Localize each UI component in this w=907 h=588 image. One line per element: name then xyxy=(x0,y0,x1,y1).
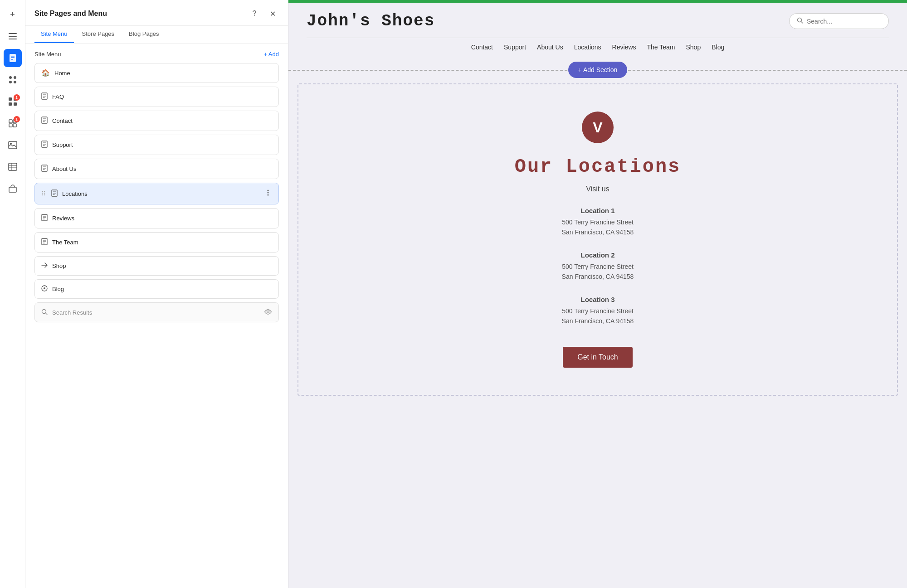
nav-item-reviews[interactable]: Reviews xyxy=(612,44,636,51)
svg-rect-13 xyxy=(9,102,12,106)
site-header-top: John's Shoes xyxy=(307,12,889,38)
menu-item-shop-label: Shop xyxy=(52,262,272,269)
menu-section-header: Site Menu + Add xyxy=(34,51,279,58)
search-icon-results xyxy=(41,309,48,316)
location-block-1: Location 1 500 Terry Francine Street San… xyxy=(317,207,879,238)
menu-item-blog-label: Blog xyxy=(52,286,272,292)
svg-point-61 xyxy=(267,311,269,313)
website-content: John's Shoes Contact Support About Us Lo… xyxy=(288,3,907,588)
panel-tabs: Site Menu Store Pages Blog Pages xyxy=(25,26,288,44)
apps-badge: 1 xyxy=(14,94,20,101)
panel-header: Site Pages and Menu ? ✕ xyxy=(25,0,288,26)
page-icon xyxy=(41,92,48,101)
menu-item-the-team[interactable]: The Team xyxy=(34,232,279,253)
visibility-icon[interactable] xyxy=(264,308,272,316)
location-block-2: Location 2 500 Terry Francine Street San… xyxy=(317,251,879,282)
help-button[interactable]: ? xyxy=(248,7,261,20)
panel-title: Site Pages and Menu xyxy=(34,10,107,18)
link-icon-shop xyxy=(41,262,48,270)
design-icon[interactable] xyxy=(4,71,22,89)
svg-point-7 xyxy=(9,76,12,79)
tab-blog-pages[interactable]: Blog Pages xyxy=(122,26,166,43)
location-1-name: Location 1 xyxy=(317,207,879,214)
tab-store-pages[interactable]: Store Pages xyxy=(76,26,121,43)
svg-point-46 xyxy=(268,190,269,191)
nav-item-locations[interactable]: Locations xyxy=(574,44,601,51)
menu-item-faq-label: FAQ xyxy=(52,93,272,100)
location-3-address1: 500 Terry Francine Street xyxy=(317,306,879,316)
location-1-address2: San Francisco, CA 94158 xyxy=(317,227,879,237)
apps-icon[interactable]: 1 xyxy=(4,92,22,111)
media-icon[interactable] xyxy=(4,136,22,154)
nav-item-blog[interactable]: Blog xyxy=(712,44,724,51)
store-icon[interactable] xyxy=(4,180,22,198)
svg-rect-25 xyxy=(9,187,16,192)
website-preview: John's Shoes Contact Support About Us Lo… xyxy=(288,0,907,588)
nav-item-shop[interactable]: Shop xyxy=(686,44,701,51)
menu-item-search-results[interactable]: Search Results xyxy=(34,302,279,322)
menu-item-support[interactable]: Support xyxy=(34,135,279,155)
location-block-3: Location 3 500 Terry Francine Street San… xyxy=(317,296,879,326)
cta-button[interactable]: Get in Touch xyxy=(563,347,633,368)
svg-rect-15 xyxy=(9,120,12,123)
page-section-locations: V Our Locations Visit us Location 1 500 … xyxy=(297,83,898,396)
menu-item-home-label: Home xyxy=(54,70,272,77)
svg-rect-0 xyxy=(9,33,17,34)
add-menu-item-link[interactable]: + Add xyxy=(263,51,279,58)
site-search-bar[interactable] xyxy=(789,13,889,29)
svg-rect-17 xyxy=(9,124,12,127)
panel-content: Site Menu + Add 🏠 Home FAQ Contact Suppo… xyxy=(25,44,288,588)
svg-point-9 xyxy=(9,81,12,83)
menu-item-reviews[interactable]: Reviews xyxy=(34,208,279,228)
logo-circle: V xyxy=(582,112,614,143)
add-page-icon[interactable]: + xyxy=(4,5,22,24)
nav-item-contact[interactable]: Contact xyxy=(471,44,493,51)
svg-rect-11 xyxy=(9,97,12,101)
tab-site-menu[interactable]: Site Menu xyxy=(34,26,74,43)
nav-item-support[interactable]: Support xyxy=(504,44,526,51)
location-2-address1: 500 Terry Francine Street xyxy=(317,262,879,272)
page-heading: Our Locations xyxy=(317,156,879,178)
more-options-icon[interactable] xyxy=(264,189,272,199)
site-search-input[interactable] xyxy=(807,18,886,25)
menu-item-search-results-label: Search Results xyxy=(52,309,259,316)
svg-point-10 xyxy=(14,81,16,83)
site-pages-panel: Site Pages and Menu ? ✕ Site Menu Store … xyxy=(25,0,288,588)
menu-item-home[interactable]: 🏠 Home xyxy=(34,63,279,83)
location-2-name: Location 2 xyxy=(317,251,879,259)
location-2-address2: San Francisco, CA 94158 xyxy=(317,272,879,282)
menu-item-about-us[interactable]: About Us xyxy=(34,159,279,179)
menu-item-about-label: About Us xyxy=(52,165,272,172)
site-nav: Contact Support About Us Locations Revie… xyxy=(307,38,889,56)
svg-rect-2 xyxy=(9,39,17,39)
pages-icon[interactable] xyxy=(4,49,22,67)
page-icon-locations xyxy=(51,190,58,198)
menu-item-blog[interactable]: Blog xyxy=(34,279,279,299)
svg-point-48 xyxy=(268,194,269,196)
menu-item-contact-label: Contact xyxy=(52,117,272,124)
site-header: John's Shoes Contact Support About Us Lo… xyxy=(288,3,907,56)
close-button[interactable]: ✕ xyxy=(266,7,279,20)
menu-item-shop[interactable]: Shop xyxy=(34,256,279,276)
site-search-icon xyxy=(797,17,803,25)
svg-point-58 xyxy=(44,287,45,289)
menu-icon[interactable] xyxy=(4,27,22,45)
table-icon[interactable] xyxy=(4,158,22,176)
svg-line-60 xyxy=(46,313,48,315)
menu-item-locations[interactable]: ⠿ Locations xyxy=(34,183,279,204)
widgets-icon[interactable]: 1 xyxy=(4,114,22,132)
svg-point-8 xyxy=(14,76,16,79)
svg-rect-6 xyxy=(11,59,13,60)
app-sidebar: + 1 1 xyxy=(0,0,25,588)
home-icon: 🏠 xyxy=(41,69,50,77)
page-icon-support xyxy=(41,141,48,149)
menu-item-faq[interactable]: FAQ xyxy=(34,87,279,107)
svg-rect-14 xyxy=(14,102,17,106)
panel-header-actions: ? ✕ xyxy=(248,7,279,20)
nav-item-the-team[interactable]: The Team xyxy=(647,44,675,51)
nav-item-about-us[interactable]: About Us xyxy=(537,44,563,51)
menu-item-contact[interactable]: Contact xyxy=(34,111,279,131)
add-section-button[interactable]: + Add Section xyxy=(568,62,628,78)
svg-point-47 xyxy=(268,192,269,194)
menu-item-locations-label: Locations xyxy=(62,190,259,197)
